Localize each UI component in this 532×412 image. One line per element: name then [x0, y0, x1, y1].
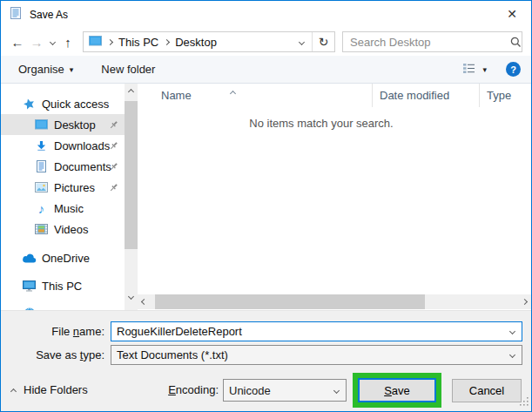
dialog-footer: File name: Save as type: Text Documents …: [1, 310, 531, 411]
encoding-value: Unicode: [224, 384, 327, 397]
scrollbar-thumb[interactable]: [125, 101, 138, 249]
encoding-dropdown-button[interactable]: [327, 380, 346, 401]
sidebar-item-pictures[interactable]: Pictures: [1, 177, 125, 198]
view-options-dropdown[interactable]: ▾: [482, 65, 487, 74]
close-button[interactable]: ✕: [493, 1, 531, 27]
help-button[interactable]: ?: [506, 62, 521, 77]
pin-icon: [109, 119, 118, 132]
pin-icon: [109, 140, 118, 153]
save-button-highlight: Save: [353, 373, 441, 408]
sidebar-item-quick-access[interactable]: Quick access: [1, 93, 125, 114]
desktop-location-icon: [89, 36, 102, 49]
sidebar-item-label: Desktop: [54, 118, 96, 132]
column-headers: Name Date modified Type: [138, 84, 531, 107]
details-view-icon[interactable]: [462, 63, 475, 77]
title-bar: Save As ✕: [1, 1, 531, 28]
sidebar-item-label: Quick access: [42, 98, 109, 111]
horizontal-scrollbar[interactable]: [138, 294, 531, 309]
organise-menu-button[interactable]: Organise ▾: [18, 63, 73, 76]
sidebar-item-network[interactable]: Network: [1, 303, 125, 310]
scroll-up-button[interactable]: [125, 84, 138, 97]
desktop-icon: [34, 119, 49, 130]
file-list-area[interactable]: Name Date modified Type No items match y…: [138, 84, 531, 310]
sidebar-item-label: Pictures: [54, 181, 95, 194]
chevron-up-icon: [10, 388, 17, 394]
navigation-bar: ← → ↑ This PC Desktop ↻: [1, 28, 531, 56]
resize-grip-icon[interactable]: [520, 395, 529, 409]
sidebar-item-label: Documents: [54, 160, 111, 173]
refresh-button[interactable]: ↻: [312, 32, 334, 51]
sidebar-item-label: Music: [54, 202, 84, 215]
sidebar-item-onedrive[interactable]: OneDrive: [1, 247, 125, 268]
save-as-type-dropdown[interactable]: Text Documents (*.txt): [111, 345, 522, 365]
save-as-type-row: Save as type: Text Documents (*.txt): [1, 345, 522, 365]
save-as-type-value: Text Documents (*.txt): [111, 348, 502, 361]
pin-icon: [109, 161, 118, 174]
file-name-row: File name:: [1, 321, 522, 341]
column-label: Name: [161, 89, 192, 102]
sidebar-item-music[interactable]: ♪ Music: [1, 198, 125, 219]
breadcrumb-separator-icon: [164, 38, 170, 44]
question-mark-icon: ?: [510, 64, 516, 75]
sidebar-item-this-pc[interactable]: This PC: [1, 275, 125, 296]
new-folder-button[interactable]: New folder: [101, 63, 155, 76]
save-button[interactable]: Save: [358, 378, 436, 402]
notepad-file-icon: [9, 6, 23, 23]
back-button[interactable]: ←: [8, 35, 27, 50]
cloud-icon: [22, 253, 37, 263]
hide-folders-button[interactable]: Hide Folders: [11, 383, 88, 396]
sidebar-item-videos[interactable]: Videos: [1, 219, 125, 240]
document-icon: [34, 160, 49, 172]
file-name-input[interactable]: [111, 325, 502, 338]
dialog-body: Quick access Desktop Downloads: [1, 84, 531, 310]
scroll-left-button[interactable]: [138, 294, 151, 309]
command-toolbar: Organise ▾ New folder ▾ ?: [1, 56, 531, 84]
column-header-name[interactable]: Name: [138, 84, 372, 107]
search-icon[interactable]: [510, 37, 522, 48]
column-header-date-modified[interactable]: Date modified: [372, 84, 479, 107]
pin-icon: [109, 182, 118, 195]
music-note-icon: ♪: [34, 201, 49, 216]
film-icon: [34, 224, 49, 234]
save-as-type-label: Save as type:: [1, 348, 111, 361]
up-button[interactable]: ↑: [58, 35, 77, 50]
sidebar-item-documents[interactable]: Documents: [1, 156, 125, 177]
search-input[interactable]: [343, 36, 510, 49]
encoding-label: Encoding:: [114, 383, 219, 396]
forward-button[interactable]: →: [27, 35, 46, 50]
encoding-dropdown[interactable]: Unicode: [223, 379, 347, 402]
address-dropdown-button[interactable]: [291, 32, 312, 51]
empty-list-message: No items match your search.: [138, 117, 505, 130]
sidebar-item-downloads[interactable]: Downloads: [1, 135, 125, 156]
scroll-down-button[interactable]: [125, 290, 138, 303]
scroll-right-button[interactable]: [518, 294, 531, 309]
sidebar-item-desktop[interactable]: Desktop: [1, 114, 125, 135]
chevron-down-icon: [298, 38, 304, 44]
sidebar-item-label: OneDrive: [42, 252, 90, 265]
breadcrumb-item-desktop[interactable]: Desktop: [175, 36, 217, 49]
search-box: [342, 31, 522, 52]
scrollbar-thumb[interactable]: [155, 294, 425, 309]
cancel-button[interactable]: Cancel: [452, 379, 522, 402]
recent-locations-dropdown[interactable]: [46, 40, 58, 44]
new-folder-label: New folder: [101, 63, 155, 76]
column-header-type[interactable]: Type: [479, 84, 531, 107]
picture-icon: [34, 182, 49, 192]
sidebar-item-label: Downloads: [54, 139, 110, 152]
file-name-label: File name:: [1, 325, 111, 338]
sidebar-scrollbar[interactable]: [125, 84, 138, 310]
file-name-dropdown-button[interactable]: [502, 322, 522, 341]
chevron-left-icon: [141, 299, 147, 305]
save-as-dialog: Save As ✕ ← → ↑ This PC Desktop ↻: [0, 0, 532, 412]
chevron-right-icon: [522, 299, 528, 305]
star-icon: [22, 98, 37, 111]
chevron-down-icon: [49, 38, 55, 44]
sidebar-item-label: This PC: [42, 280, 82, 293]
breadcrumb-item-this-pc[interactable]: This PC: [118, 36, 158, 49]
chevron-down-icon: [508, 328, 515, 334]
window-title: Save As: [30, 9, 68, 21]
sidebar-group-gap: [1, 240, 125, 247]
breadcrumb: This PC Desktop: [84, 32, 291, 51]
computer-icon: [22, 280, 37, 292]
save-as-type-dropdown-button[interactable]: [502, 346, 522, 364]
